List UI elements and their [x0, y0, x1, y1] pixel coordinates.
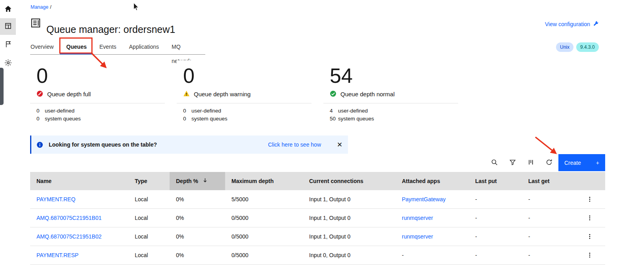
- table-cell: Input 1, Output 0: [303, 227, 396, 246]
- sidebar-item-dashboard[interactable]: [0, 18, 16, 35]
- table-cell: [574, 209, 605, 227]
- table-cell: PAYMENT.REQ: [30, 190, 128, 208]
- queue-name-link[interactable]: AMQ.6870075C21951B02: [36, 233, 101, 240]
- create-button[interactable]: Create +: [558, 154, 605, 171]
- table-cell: Input 0, Output 0: [303, 246, 396, 264]
- column-header-current-connections[interactable]: Current connections: [303, 172, 396, 190]
- table-cell: Local: [128, 209, 170, 227]
- queue-name-link[interactable]: PAYMENT.RESP: [36, 252, 78, 258]
- attached-app-link[interactable]: runmqserver: [402, 233, 433, 240]
- cell-type: Local: [135, 215, 148, 221]
- notification-link[interactable]: Click here to see how: [266, 141, 323, 148]
- table-cell: -: [522, 227, 574, 246]
- column-header-attached-apps[interactable]: Attached apps: [396, 172, 469, 190]
- sort-descending-icon: [202, 177, 208, 185]
- cell-last-get: -: [528, 252, 530, 258]
- row-overflow-menu-button[interactable]: [583, 193, 596, 206]
- queue-name-link[interactable]: AMQ.6870075C21951B01: [36, 215, 101, 221]
- breadcrumb-manage-link[interactable]: Manage: [31, 4, 48, 10]
- filter-button[interactable]: [503, 154, 522, 171]
- queue-depth-normal-icon: [330, 90, 336, 98]
- gear-icon: [4, 59, 12, 68]
- tab-overview[interactable]: Overview: [30, 40, 60, 54]
- cell-current-connections: Input 1, Output 0: [309, 196, 350, 202]
- plus-icon: +: [596, 160, 599, 166]
- column-header-maximum-depth[interactable]: Maximum depth: [225, 172, 303, 190]
- table-cell: [574, 190, 605, 208]
- notification-close-button[interactable]: ✕: [334, 139, 346, 151]
- card-queue-depth-full: 0 Queue depth full 0user-defined 0system…: [30, 60, 165, 126]
- card-label: Queue depth warning: [194, 91, 250, 97]
- sidebar-item-flag[interactable]: [0, 36, 16, 53]
- card-stat-user-defined: 4user-defined: [330, 107, 452, 115]
- attached-app-link[interactable]: PaymentGateway: [402, 196, 446, 202]
- refresh-button[interactable]: [540, 154, 558, 171]
- cell-last-put: -: [475, 215, 477, 221]
- cell-depth-percent: 0%: [176, 233, 184, 240]
- cell-last-put: -: [475, 233, 477, 240]
- info-icon: [36, 141, 43, 148]
- left-sidebar: [0, 0, 19, 271]
- attached-app-link[interactable]: runmqserver: [402, 215, 433, 221]
- cell-current-connections: Input 0, Output 0: [309, 252, 350, 258]
- table-cell: 0%: [170, 190, 225, 208]
- table-row: AMQ.6870075C21951B02Local0%0/5000Input 1…: [30, 227, 605, 246]
- column-settings-button[interactable]: [522, 154, 540, 171]
- cell-type: Local: [135, 233, 148, 240]
- search-button[interactable]: [485, 154, 503, 171]
- cell-last-get: -: [528, 196, 530, 202]
- tab-queues[interactable]: Queues: [60, 40, 93, 54]
- table-cell: 0%: [170, 246, 225, 264]
- column-label: Last get: [528, 178, 550, 184]
- tab-events[interactable]: Events: [93, 40, 123, 54]
- queue-name-link[interactable]: PAYMENT.REQ: [36, 196, 75, 202]
- table-cell: -: [469, 246, 522, 264]
- column-header-name[interactable]: Name: [30, 172, 128, 190]
- row-overflow-menu-button[interactable]: [583, 230, 596, 243]
- cell-maximum-depth: 0/5000: [231, 215, 248, 221]
- table-header-row: Name Type Depth % Maximum depth Current …: [30, 172, 605, 190]
- table-cell: -: [469, 227, 522, 246]
- row-overflow-menu-button[interactable]: [583, 212, 596, 224]
- filter-icon: [509, 159, 516, 167]
- queue-depth-full-icon: [36, 90, 43, 98]
- view-configuration-link[interactable]: View configuration: [543, 20, 601, 28]
- cell-last-get: -: [528, 233, 530, 240]
- tab-mq-network[interactable]: MQ network: [165, 40, 205, 54]
- queues-table: Name Type Depth % Maximum depth Current …: [30, 172, 605, 265]
- cell-current-connections: Input 1, Output 0: [309, 233, 350, 240]
- table-cell: 0%: [170, 227, 225, 246]
- card-queue-depth-normal: 54 Queue depth normal 4user-defined 50sy…: [323, 60, 458, 126]
- table-cell: [574, 246, 605, 264]
- sidebar-item-home[interactable]: [0, 1, 16, 18]
- cell-last-get: -: [528, 215, 530, 221]
- column-header-last-put[interactable]: Last put: [469, 172, 522, 190]
- cell-depth-percent: 0%: [176, 196, 184, 202]
- card-value: 0: [177, 60, 311, 87]
- column-header-type[interactable]: Type: [128, 172, 170, 190]
- column-header-depth-percent[interactable]: Depth %: [170, 172, 225, 190]
- home-icon: [4, 5, 12, 14]
- card-stat-system-queues: 0system queues: [36, 115, 159, 123]
- table-row: PAYMENT.REQLocal0%5/5000Input 1, Output …: [30, 190, 605, 209]
- table-cell: AMQ.6870075C21951B02: [30, 227, 128, 246]
- sidebar-scroll-strip[interactable]: [0, 68, 4, 105]
- table-cell: PaymentGateway: [396, 190, 469, 208]
- cell-attached-apps: -: [402, 252, 404, 258]
- column-header-last-get[interactable]: Last get: [522, 172, 574, 190]
- table-cell: 5/5000: [225, 190, 303, 208]
- card-stat-system-queues: 50system queues: [330, 115, 452, 123]
- column-label: Type: [135, 178, 147, 184]
- qm-tags: Unix 9.4.3.0: [556, 42, 599, 52]
- tab-applications[interactable]: Applications: [123, 40, 166, 54]
- table-cell: Local: [128, 246, 170, 264]
- table-cell: 0/5000: [225, 227, 303, 246]
- cell-type: Local: [135, 252, 148, 258]
- row-overflow-menu-button[interactable]: [583, 249, 596, 261]
- card-stat-user-defined: 0user-defined: [183, 107, 305, 115]
- cell-last-put: -: [475, 196, 477, 202]
- version-tag: 9.4.3.0: [576, 42, 599, 52]
- column-label: Maximum depth: [231, 178, 274, 184]
- table-cell: 0%: [170, 209, 225, 227]
- card-queue-depth-warning: 0 Queue depth warning 0user-defined 0sys…: [177, 60, 311, 126]
